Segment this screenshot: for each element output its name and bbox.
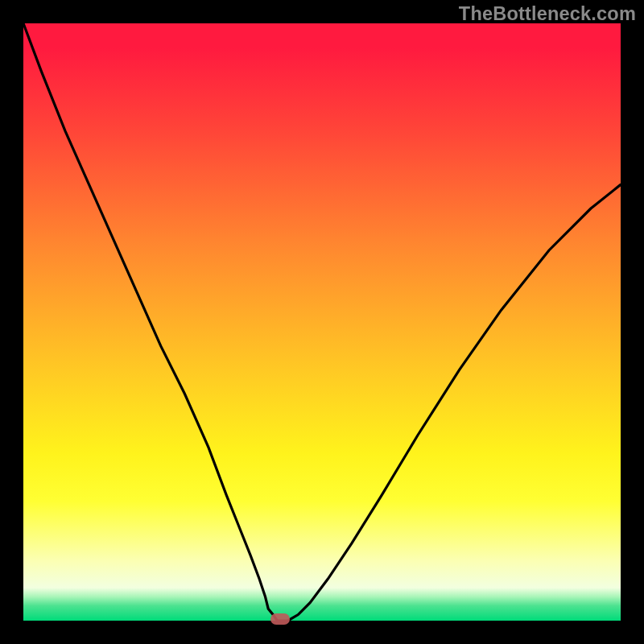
chart-frame: TheBottleneck.com xyxy=(0,0,644,644)
optimum-marker xyxy=(270,613,290,625)
bottleneck-curve xyxy=(23,23,621,621)
watermark-text: TheBottleneck.com xyxy=(459,3,636,25)
chart-plot-area xyxy=(23,23,621,621)
